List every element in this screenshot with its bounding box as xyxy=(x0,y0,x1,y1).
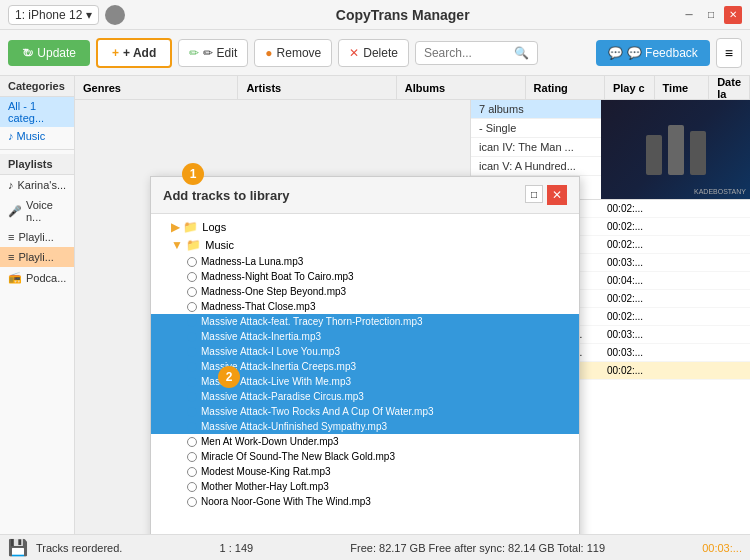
minimize-button[interactable]: ─ xyxy=(680,6,698,24)
track-time: 00:02:... xyxy=(607,221,662,232)
artists-header: Artists xyxy=(238,76,396,99)
radio-unchecked-icon xyxy=(187,272,197,282)
step-2-indicator: 2 xyxy=(218,366,240,388)
left-sidebar: Categories All - 1 categ... ♪ Music Play… xyxy=(0,76,75,534)
sidebar-item-playlist1[interactable]: ♪ Karina's... xyxy=(0,175,74,195)
save-icon: 💾 xyxy=(8,538,28,557)
search-icon: 🔍 xyxy=(514,46,529,60)
radio-unchecked-icon xyxy=(187,302,197,312)
track-time: 00:03:... xyxy=(607,257,662,268)
device-selector[interactable]: 1: iPhone 12 ▾ xyxy=(8,5,99,25)
status-bar: 💾 Tracks reordered. 1 : 149 Free: 82.17 … xyxy=(0,534,750,560)
delete-button[interactable]: ✕ Delete xyxy=(338,39,409,67)
album-item[interactable]: ican V: A Hundred... xyxy=(471,157,601,176)
column-headers: Genres Artists Albums Rating Play c Time… xyxy=(75,76,750,100)
radio-checked-icon xyxy=(187,377,197,387)
list-item[interactable]: Massive Attack-Inertia.mp3 xyxy=(151,329,579,344)
track-time: 00:02:... xyxy=(607,239,662,250)
podcast-icon: 📻 xyxy=(8,271,22,284)
modal-close-button[interactable]: ✕ xyxy=(547,185,567,205)
radio-unchecked-icon xyxy=(187,287,197,297)
modal-controls: □ ✕ xyxy=(525,185,567,205)
modal-title: Add tracks to library xyxy=(163,188,289,203)
update-button[interactable]: ↻ ↻ Update xyxy=(8,40,90,66)
list-item[interactable]: Massive Attack-Live With Me.mp3 xyxy=(151,374,579,389)
remove-button[interactable]: ● Remove xyxy=(254,39,332,67)
avatar-icon xyxy=(105,5,125,25)
genres-header: Genres xyxy=(75,76,238,99)
music-category-item[interactable]: ♪ Music xyxy=(0,127,74,145)
step-1-indicator: 1 xyxy=(182,163,204,185)
list-item[interactable]: Miracle Of Sound-The New Black Gold.mp3 xyxy=(151,449,579,464)
playlists-header: Playlists xyxy=(0,154,74,175)
album-item[interactable]: - Single xyxy=(471,119,601,138)
list-item[interactable]: Madness-La Luna.mp3 xyxy=(151,254,579,269)
add-button[interactable]: + + Add xyxy=(96,38,172,68)
track-time: 00:02:... xyxy=(607,203,662,214)
radio-checked-icon xyxy=(187,392,197,402)
folder-icon: ▶ 📁 xyxy=(171,220,198,234)
search-input[interactable] xyxy=(424,46,514,60)
list-item[interactable]: Mother Mother-Hay Loft.mp3 xyxy=(151,479,579,494)
radio-checked-icon xyxy=(187,317,197,327)
list-item[interactable]: Noora Noor-Gone With The Wind.mp3 xyxy=(151,494,579,509)
list-item[interactable]: Massive Attack-I Love You.mp3 xyxy=(151,344,579,359)
chat-icon: 💬 xyxy=(608,46,623,60)
list-item[interactable]: Massive Attack-feat. Tracey Thorn-Protec… xyxy=(151,314,579,329)
all-category-item[interactable]: All - 1 categ... xyxy=(0,97,74,127)
mic-icon: 🎤 xyxy=(8,205,22,218)
track-time: 00:04:... xyxy=(607,275,662,286)
search-box[interactable]: 🔍 xyxy=(415,41,538,65)
list-item[interactable]: Madness-Night Boat To Cairo.mp3 xyxy=(151,269,579,284)
radio-unchecked-icon xyxy=(187,497,197,507)
list-icon: ≡ xyxy=(8,231,14,243)
list-item[interactable]: Massive Attack-Unfinished Sympathy.mp3 xyxy=(151,419,579,434)
track-time: 00:02:... xyxy=(607,311,662,322)
radio-checked-icon xyxy=(187,362,197,372)
list-item[interactable]: Massive Attack-Inertia Creeps.mp3 xyxy=(151,359,579,374)
toolbar: ↻ ↻ Update + + Add ✏ ✏ Edit ● Remove ✕ D… xyxy=(0,30,750,76)
radio-unchecked-icon xyxy=(187,467,197,477)
device-name: 1: iPhone 12 xyxy=(15,8,82,22)
radio-unchecked-icon xyxy=(187,257,197,267)
title-bar-left: 1: iPhone 12 ▾ xyxy=(8,5,125,25)
categories-header: Categories xyxy=(0,76,74,97)
modal-header: Add tracks to library □ ✕ xyxy=(151,177,579,214)
track-time: 00:02:... xyxy=(607,365,662,376)
sidebar-item-playlist2[interactable]: ≡ Playli... xyxy=(0,227,74,247)
tree-item-logs[interactable]: ▶ 📁 Logs xyxy=(151,218,579,236)
folder-open-icon: ▼ 📁 xyxy=(171,238,201,252)
app-title: CopyTrans Manager xyxy=(336,7,470,23)
sidebar-item-playlist3[interactable]: ≡ Playli... xyxy=(0,247,74,267)
feedback-button[interactable]: 💬 💬 Feedback xyxy=(596,40,710,66)
album-item[interactable]: ican IV: The Man ... xyxy=(471,138,601,157)
list-item[interactable]: Men At Work-Down Under.mp3 xyxy=(151,434,579,449)
status-message: Tracks reordered. xyxy=(36,542,122,554)
track-time: 00:03:... xyxy=(607,347,662,358)
list-item[interactable]: Madness-One Step Beyond.mp3 xyxy=(151,284,579,299)
list-item[interactable]: Massive Attack-Paradise Circus.mp3 xyxy=(151,389,579,404)
album-item[interactable]: 7 albums xyxy=(471,100,601,119)
list-item[interactable]: Madness-That Close.mp3 xyxy=(151,299,579,314)
radio-unchecked-icon xyxy=(187,452,197,462)
add-tracks-modal: Add tracks to library □ ✕ ▶ 📁 Logs ▼ 📁 xyxy=(150,176,580,534)
maximize-button[interactable]: □ xyxy=(702,6,720,24)
menu-button[interactable]: ≡ xyxy=(716,38,742,68)
last-track-time: 00:03:... xyxy=(702,542,742,554)
list-item[interactable]: Massive Attack-Two Rocks And A Cup Of Wa… xyxy=(151,404,579,419)
sidebar-item-voice[interactable]: 🎤 Voice n... xyxy=(0,195,74,227)
modal-file-tree[interactable]: ▶ 📁 Logs ▼ 📁 Music Madness-La Luna.mp3 xyxy=(151,214,579,534)
edit-button[interactable]: ✏ ✏ Edit xyxy=(178,39,248,67)
playcount-header: Play c xyxy=(605,76,655,99)
time-header: Time xyxy=(655,76,710,99)
radio-checked-icon xyxy=(187,347,197,357)
close-button[interactable]: ✕ xyxy=(724,6,742,24)
radio-checked-icon xyxy=(187,332,197,342)
sidebar-item-podcast[interactable]: 📻 Podca... xyxy=(0,267,74,288)
plus-icon: + xyxy=(112,46,119,60)
albums-header: Albums xyxy=(397,76,526,99)
chevron-down-icon: ▾ xyxy=(86,8,92,22)
list-item[interactable]: Modest Mouse-King Rat.mp3 xyxy=(151,464,579,479)
tree-item-music-folder[interactable]: ▼ 📁 Music xyxy=(151,236,579,254)
modal-minimize-btn[interactable]: □ xyxy=(525,185,543,203)
